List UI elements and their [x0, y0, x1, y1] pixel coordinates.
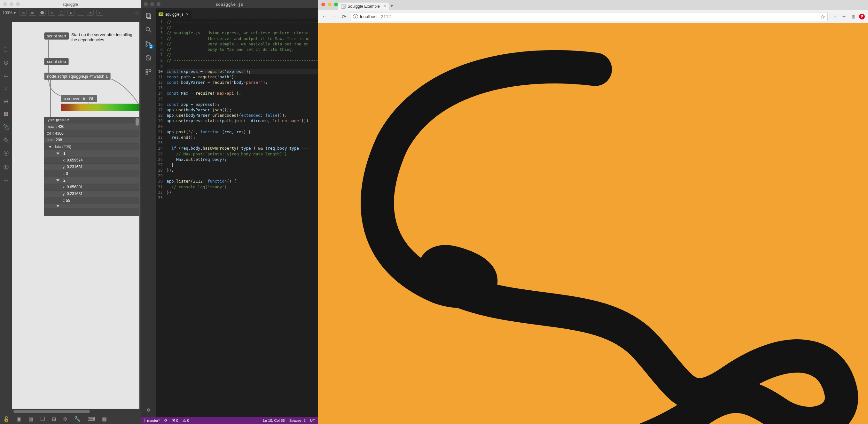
tab-squiggle-js[interactable]: JS squiggle.js × — [156, 10, 191, 19]
traffic-close-icon[interactable] — [3, 2, 7, 6]
dict-row-1-header[interactable]: 1 — [44, 150, 139, 157]
status-warnings[interactable]: ⚠ 0 — [183, 418, 189, 423]
max-titlebar[interactable]: squiggle — [0, 0, 141, 8]
bookmark-star-icon[interactable]: ☆ — [820, 14, 825, 20]
reload-button[interactable]: ⟳ — [340, 14, 347, 20]
explorer-icon[interactable] — [144, 11, 153, 20]
status-errors[interactable]: ✖ 0 — [172, 418, 178, 423]
layers-icon[interactable]: ❐ — [40, 416, 45, 422]
toolbar-object-icon[interactable]: ▭ — [20, 10, 27, 16]
toolbar-dial-icon[interactable]: ◔ — [87, 10, 94, 16]
editor-gutter: 1234567891011121314151617181920212223242… — [156, 19, 166, 201]
keyboard-icon[interactable]: ⌨ — [88, 416, 95, 422]
vscode-titlebar[interactable]: squiggle.js — [141, 0, 318, 8]
traffic-zoom-icon[interactable] — [16, 2, 20, 6]
vscode-activity-bar: 2 ⚙ — [141, 8, 156, 417]
node-p-convert[interactable]: p convert_to_GL — [61, 95, 97, 102]
patcher-horizontal-scrollbar[interactable] — [12, 409, 140, 414]
audio-icon[interactable]: ♪ — [5, 85, 7, 91]
toolbar-toggle-icon[interactable]: ✕ — [48, 10, 55, 16]
pinterest-extension-icon[interactable]: P — [859, 14, 865, 20]
status-spaces[interactable]: Spaces: 2 — [289, 419, 306, 422]
close-tab-icon[interactable]: × — [186, 12, 189, 17]
matrix-icon[interactable]: ▦ — [102, 416, 107, 422]
traffic-zoom-icon[interactable] — [334, 3, 338, 6]
lock-icon[interactable]: 🔓 — [3, 416, 9, 422]
toolbar-comment-icon[interactable]: 💬 — [39, 10, 46, 16]
back-button[interactable]: ← — [321, 14, 328, 20]
traffic-zoom-icon[interactable] — [157, 2, 160, 6]
target-icon[interactable]: ◎ — [4, 59, 8, 65]
gear-icon[interactable]: ⚙ — [144, 405, 153, 414]
grid-icon[interactable]: ⊞ — [52, 416, 56, 422]
dict-view[interactable]: type: gesture maxT: 430 totT: 4306 size:… — [44, 117, 139, 216]
triangle-down-icon — [56, 153, 59, 155]
panel-icon[interactable]: ▭ — [4, 72, 9, 78]
max-bottom-toolbar: 🔓 ▣ ▨ ❐ ⊞ ✥ 🔧 ⌨ ▦ — [0, 414, 141, 424]
chrome-toolbar: ← → ⟳ i localhost:2112 ☆ ⚛ ✳ ▦ P — [318, 10, 868, 23]
search-icon[interactable] — [144, 26, 153, 34]
traffic-close-icon[interactable] — [321, 3, 325, 6]
address-bar[interactable]: i localhost:2112 ☆ — [350, 12, 828, 21]
close-tab-icon[interactable]: × — [384, 4, 386, 9]
circle-v-icon[interactable]: ⓥ — [3, 150, 9, 157]
dict-data-header[interactable]: data (208) — [44, 144, 139, 150]
toolbar-add-icon[interactable]: + — [96, 10, 103, 16]
toolbar-button-icon[interactable]: ◯ — [58, 10, 65, 16]
status-lncol[interactable]: Ln 10, Col 36 — [263, 419, 284, 422]
scm-icon[interactable]: 2 — [144, 40, 153, 48]
toolbar-right-icon[interactable]: ◇ — [135, 10, 138, 15]
react-devtools-icon[interactable]: ⚛ — [832, 14, 838, 20]
play-icon[interactable]: ▸⦙ — [4, 98, 8, 104]
dict-size-key: size: — [47, 138, 55, 142]
url-host: localhost — [360, 14, 378, 19]
circle-b-icon[interactable]: ⓑ — [3, 164, 9, 171]
toolbar-message-icon[interactable]: m — [29, 10, 36, 16]
browser-tab[interactable]: ⎘ Squiggle Example × — [338, 3, 389, 10]
status-branch[interactable]: ᚴ master* — [144, 419, 160, 422]
extensions-icon[interactable] — [144, 68, 153, 76]
presentation-icon[interactable]: ▨ — [28, 416, 33, 422]
debug-icon[interactable] — [144, 54, 153, 62]
traffic-minimize-icon[interactable] — [328, 3, 332, 6]
dict-row-3-header[interactable] — [44, 204, 139, 209]
node-script-stop[interactable]: script stop — [44, 58, 69, 65]
zoom-dropdown[interactable]: 100% ▾ — [3, 10, 16, 15]
favicon-icon: ⎘ — [341, 4, 346, 9]
vscode-tab-bar: JS squiggle.js × — [156, 8, 318, 19]
toolbar-bang-icon[interactable]: ▶ — [67, 10, 74, 16]
status-encoding[interactable]: UT — [310, 419, 315, 422]
wrench-icon[interactable]: 🔧 — [74, 416, 81, 422]
status-sync-icon[interactable]: ⟳ — [164, 418, 167, 423]
image-icon[interactable]: 🖼 — [3, 111, 9, 117]
extension-grid-icon[interactable]: ▦ — [850, 14, 856, 20]
snap-icon[interactable]: ✥ — [63, 416, 67, 422]
object-palette-icon[interactable]: ⬚ — [4, 46, 9, 52]
site-info-icon[interactable]: i — [353, 14, 358, 19]
traffic-close-icon[interactable] — [144, 2, 148, 6]
max-patcher-canvas[interactable]: script start Start up the server after i… — [12, 22, 140, 408]
traffic-minimize-icon[interactable] — [9, 2, 13, 6]
vscode-statusbar: ᚴ master* ⟳ ✖ 0 ⚠ 0 Ln 10, Col 36 Spaces… — [141, 417, 318, 424]
dict-row-2-header[interactable]: 2 — [44, 177, 139, 184]
dict-tott-value: 4306 — [55, 131, 64, 135]
node-node-script[interactable]: node.script squiggle.js @watch 1 — [44, 72, 111, 80]
triangle-down-icon — [49, 146, 52, 148]
star-icon[interactable]: ☆ — [4, 178, 8, 184]
window-icon[interactable]: ▣ — [17, 416, 22, 422]
attach-icon[interactable]: 📎 — [3, 124, 9, 130]
plug-icon[interactable]: 🔌 — [3, 137, 9, 143]
dict-scrollbar[interactable] — [135, 118, 139, 126]
editor-code[interactable]: // -------------------------------------… — [166, 19, 318, 201]
node-script-start[interactable]: script start — [44, 32, 69, 40]
toolbar-number-icon[interactable]: − — [77, 10, 84, 16]
redux-devtools-icon[interactable]: ✳ — [841, 14, 847, 20]
gradient-swatch[interactable] — [61, 103, 140, 111]
new-tab-button[interactable]: ▾ — [391, 3, 393, 8]
dict-type-value: gesture — [56, 118, 69, 122]
browser-page-canvas[interactable] — [318, 23, 868, 424]
vscode-editor[interactable]: 1234567891011121314151617181920212223242… — [156, 19, 318, 417]
traffic-minimize-icon[interactable] — [150, 2, 154, 6]
dict-maxt-key: maxT: — [47, 124, 57, 129]
tab-label: squiggle.js — [165, 12, 184, 17]
